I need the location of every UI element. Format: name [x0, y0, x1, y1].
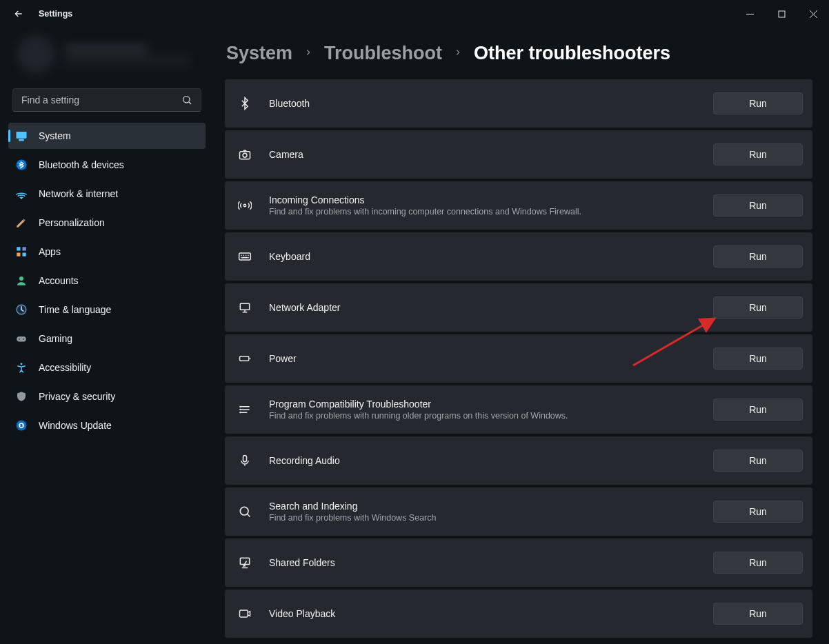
svg-point-24 — [240, 406, 241, 407]
sidebar-item-label: Time & language — [39, 304, 111, 315]
breadcrumb-troubleshoot[interactable]: Troubleshoot — [324, 43, 442, 64]
incoming-connections-icon — [234, 195, 255, 216]
avatar — [17, 35, 55, 74]
svg-point-28 — [240, 507, 248, 515]
sidebar-item-accessibility[interactable]: Accessibility — [8, 354, 206, 381]
network-adapter-icon — [234, 297, 255, 318]
troubleshooter-card-video-playback: Video PlaybackRun — [225, 590, 812, 638]
troubleshooter-title: Camera — [269, 149, 699, 160]
troubleshooter-title: Keyboard — [269, 251, 699, 262]
sidebar-item-label: Windows Update — [39, 420, 112, 431]
run-button-incoming-connections[interactable]: Run — [713, 194, 803, 217]
chevron-right-icon — [303, 48, 313, 60]
troubleshooter-list: BluetoothRunCameraRunIncoming Connection… — [225, 79, 812, 638]
search-icon — [181, 94, 192, 105]
troubleshooter-title: Search and Indexing — [269, 501, 699, 512]
accessibility-icon — [15, 361, 28, 374]
svg-point-25 — [240, 410, 241, 410]
bluetooth-icon — [234, 93, 255, 114]
svg-rect-23 — [240, 356, 249, 361]
maximize-button[interactable] — [766, 3, 797, 25]
search-input[interactable] — [21, 94, 192, 105]
sidebar-item-label: Personalization — [39, 217, 105, 228]
breadcrumb-system[interactable]: System — [226, 43, 292, 64]
svg-rect-22 — [240, 303, 249, 310]
run-button-program-compat[interactable]: Run — [713, 399, 803, 421]
troubleshooter-desc: Find and fix problems with running older… — [269, 411, 699, 421]
network-internet-icon — [15, 188, 28, 200]
sidebar-item-label: Privacy & security — [39, 391, 115, 402]
troubleshooter-title: Network Adapter — [269, 302, 699, 313]
svg-point-16 — [21, 363, 23, 365]
troubleshooter-card-incoming-connections: Incoming ConnectionsFind and fix problem… — [225, 181, 812, 230]
keyboard-icon — [234, 246, 255, 267]
run-button-bluetooth[interactable]: Run — [713, 92, 803, 114]
run-button-search-indexing[interactable]: Run — [713, 501, 803, 523]
sidebar-item-label: Accounts — [39, 275, 79, 286]
troubleshooter-card-bluetooth: BluetoothRun — [225, 79, 812, 128]
sidebar-item-label: Gaming — [39, 333, 72, 344]
recording-audio-icon — [234, 450, 255, 471]
troubleshooter-card-keyboard: KeyboardRun — [225, 232, 812, 281]
privacy-security-icon — [15, 390, 28, 403]
sidebar-item-gaming[interactable]: Gaming — [8, 325, 206, 352]
svg-point-15 — [23, 339, 24, 340]
svg-rect-7 — [23, 247, 26, 250]
run-button-video-playback[interactable]: Run — [713, 603, 803, 625]
svg-point-5 — [21, 198, 22, 199]
troubleshooter-title: Shared Folders — [269, 557, 699, 568]
run-button-shared-folders[interactable]: Run — [713, 552, 803, 574]
breadcrumb-current: Other troubleshooters — [474, 43, 670, 64]
run-button-camera[interactable]: Run — [713, 143, 803, 165]
sidebar-item-system[interactable]: System — [8, 123, 206, 149]
close-button[interactable] — [797, 3, 829, 25]
accounts-icon — [15, 274, 28, 287]
sidebar-item-apps[interactable]: Apps — [8, 239, 206, 265]
window-title: Settings — [39, 9, 72, 19]
sidebar-item-bluetooth-devices[interactable]: Bluetooth & devices — [8, 152, 206, 178]
sidebar: SystemBluetooth & devicesNetwork & inter… — [0, 28, 214, 644]
sidebar-item-time-language[interactable]: Time & language — [8, 296, 206, 323]
troubleshooter-desc: Find and fix problems with Windows Searc… — [269, 513, 699, 523]
svg-point-10 — [19, 276, 23, 281]
profile-block[interactable] — [4, 28, 210, 83]
shared-folders-icon — [234, 552, 255, 573]
troubleshooter-title: Recording Audio — [269, 455, 699, 466]
svg-rect-2 — [17, 132, 27, 139]
svg-rect-3 — [19, 139, 23, 141]
sidebar-item-personalization[interactable]: Personalization — [8, 210, 206, 236]
run-button-recording-audio[interactable]: Run — [713, 450, 803, 472]
sidebar-item-network-internet[interactable]: Network & internet — [8, 181, 206, 207]
run-button-network-adapter[interactable]: Run — [713, 296, 803, 319]
troubleshooter-desc: Find and fix problems with incoming comp… — [269, 207, 699, 217]
chevron-right-icon — [453, 48, 463, 60]
search-box[interactable] — [12, 88, 201, 112]
sidebar-item-privacy-security[interactable]: Privacy & security — [8, 383, 206, 410]
sidebar-item-windows-update[interactable]: Windows Update — [8, 412, 206, 439]
time-language-icon — [15, 303, 28, 316]
titlebar: Settings — [0, 0, 829, 28]
troubleshooter-card-program-compat: Program Compatibility TroubleshooterFind… — [225, 385, 812, 434]
nav: SystemBluetooth & devicesNetwork & inter… — [4, 123, 210, 439]
bluetooth-devices-icon — [15, 159, 28, 171]
sidebar-item-label: Bluetooth & devices — [39, 159, 124, 170]
gaming-icon — [15, 332, 28, 345]
svg-rect-9 — [23, 253, 26, 256]
back-button[interactable] — [12, 8, 25, 20]
svg-point-1 — [183, 97, 190, 103]
power-icon — [234, 348, 255, 369]
svg-point-14 — [19, 339, 20, 340]
run-button-keyboard[interactable]: Run — [713, 245, 803, 268]
video-playback-icon — [234, 603, 255, 624]
sidebar-item-label: System — [39, 130, 71, 141]
troubleshooter-card-shared-folders: Shared FoldersRun — [225, 539, 812, 587]
camera-icon — [234, 144, 255, 165]
minimize-button[interactable] — [734, 3, 766, 25]
troubleshooter-title: Program Compatibility Troubleshooter — [269, 399, 699, 410]
svg-rect-6 — [17, 247, 20, 250]
run-button-power[interactable]: Run — [713, 348, 803, 370]
sidebar-item-accounts[interactable]: Accounts — [8, 268, 206, 294]
troubleshooter-title: Power — [269, 353, 699, 364]
troubleshooter-card-camera: CameraRun — [225, 130, 812, 179]
troubleshooter-card-recording-audio: Recording AudioRun — [225, 436, 812, 485]
